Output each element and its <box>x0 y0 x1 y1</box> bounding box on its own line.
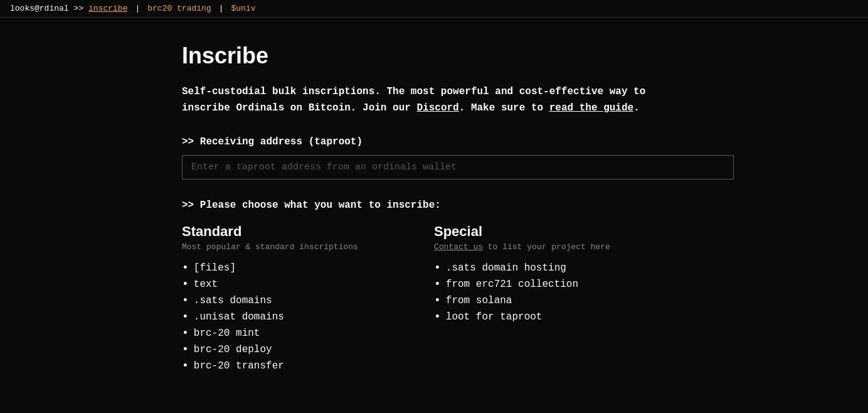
topbar-sep1: | <box>135 4 140 13</box>
standard-column: Standard Most popular & standard inscrip… <box>182 223 434 376</box>
description-text-3: . <box>633 102 640 114</box>
bullet-icon: • <box>182 343 189 356</box>
standard-item-5: brc-20 deploy <box>194 344 272 355</box>
list-item: •.sats domain hosting <box>434 262 686 274</box>
special-subtitle-suffix: to list your project here <box>483 242 610 252</box>
special-list: •.sats domain hosting •from erc721 colle… <box>434 262 686 323</box>
choose-section-label: >> Please choose what you want to inscri… <box>182 200 686 211</box>
bullet-icon: • <box>434 262 441 274</box>
page-description: Self-custodial bulk inscriptions. The mo… <box>182 84 686 116</box>
list-item: •from erc721 collection <box>434 278 686 291</box>
special-subtitle: Contact us to list your project here <box>434 242 686 252</box>
address-input[interactable] <box>182 155 734 180</box>
standard-item-6: brc-20 transfer <box>194 360 284 372</box>
special-item-2: from solana <box>446 295 512 306</box>
standard-subtitle: Most popular & standard inscriptions <box>182 242 434 252</box>
standard-item-1: text <box>194 279 218 290</box>
topbar-sep2: | <box>219 4 224 13</box>
bullet-icon: • <box>182 294 189 307</box>
bullet-icon: • <box>182 278 189 291</box>
guide-link[interactable]: read the guide <box>549 102 633 114</box>
list-item: •brc-20 transfer <box>182 360 434 372</box>
list-item: •.unisat domains <box>182 311 434 323</box>
bullet-icon: • <box>182 327 189 340</box>
list-item: •brc-20 deploy <box>182 343 434 356</box>
description-text-2: . Make sure to <box>459 102 549 114</box>
special-item-3: loot for taproot <box>446 311 542 323</box>
standard-item-4: brc-20 mint <box>194 328 260 339</box>
special-column: Special Contact us to list your project … <box>434 223 686 376</box>
bullet-icon: • <box>434 294 441 307</box>
topbar: looks@rdinal >> inscribe | brc20 trading… <box>0 0 868 18</box>
bullet-icon: • <box>182 311 189 323</box>
topbar-univ-link[interactable]: $univ <box>231 4 256 13</box>
list-item: •[files] <box>182 262 434 274</box>
special-item-0: .sats domain hosting <box>446 262 566 274</box>
list-item: •text <box>182 278 434 291</box>
main-content: Inscribe Self-custodial bulk inscription… <box>0 18 868 401</box>
inscription-columns: Standard Most popular & standard inscrip… <box>182 223 686 376</box>
bullet-icon: • <box>182 360 189 372</box>
special-item-1: from erc721 collection <box>446 279 578 290</box>
list-item: •brc-20 mint <box>182 327 434 340</box>
standard-title: Standard <box>182 223 434 240</box>
topbar-prefix: looks@rdinal >> <box>10 4 83 13</box>
page-title: Inscribe <box>182 43 686 69</box>
contact-us-link[interactable]: Contact us <box>434 242 483 252</box>
address-section-label: >> Receiving address (taproot) <box>182 136 686 148</box>
discord-link[interactable]: Discord <box>416 102 458 114</box>
bullet-icon: • <box>182 262 189 274</box>
list-item: •loot for taproot <box>434 311 686 323</box>
standard-item-3: .unisat domains <box>194 311 284 323</box>
special-title: Special <box>434 223 686 240</box>
bullet-icon: • <box>434 278 441 291</box>
list-item: •.sats domains <box>182 294 434 307</box>
standard-item-0: [files] <box>194 262 236 274</box>
topbar-brc20-link[interactable]: brc20 trading <box>147 4 211 13</box>
topbar-inscribe-link[interactable]: inscribe <box>88 4 127 13</box>
list-item: •from solana <box>434 294 686 307</box>
standard-list: •[files] •text •.sats domains •.unisat d… <box>182 262 434 372</box>
standard-item-2: .sats domains <box>194 295 272 306</box>
bullet-icon: • <box>434 311 441 323</box>
